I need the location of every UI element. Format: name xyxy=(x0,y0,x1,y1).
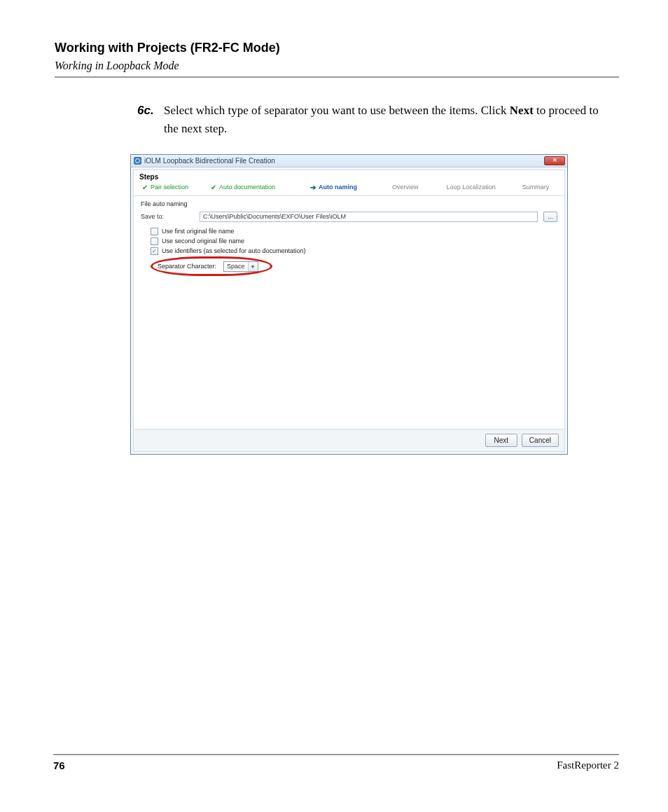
check-icon: ✔ xyxy=(211,184,216,191)
browse-button[interactable]: ... xyxy=(543,212,557,222)
dialog-title: iOLM Loopback Bidirectional File Creatio… xyxy=(144,157,544,165)
step-auto-naming[interactable]: ➔ Auto naming xyxy=(307,184,360,191)
close-button[interactable]: ✕ xyxy=(544,156,565,165)
step-text: Select which type of separator you want … xyxy=(164,102,612,139)
checkbox-icon xyxy=(151,238,158,245)
step-overview[interactable]: Overview xyxy=(389,184,422,191)
save-to-input[interactable]: C:\Users\Public\Documents\EXFO\User File… xyxy=(200,212,538,222)
step-loop-localization[interactable]: Loop Localization xyxy=(444,184,499,191)
app-icon xyxy=(134,157,141,165)
step-summary[interactable]: Summary xyxy=(520,184,552,191)
check-icon: ✔ xyxy=(142,184,148,191)
page-title: Working with Projects (FR2-FC Mode) xyxy=(55,41,619,55)
dialog-window: iOLM Loopback Bidirectional File Creatio… xyxy=(130,154,568,455)
instruction-step: 6c. Select which type of separator you w… xyxy=(137,102,612,139)
separator-row: Separator Character: Space ▼ xyxy=(156,260,263,273)
checkbox-icon: ✓ xyxy=(151,247,158,255)
separator-label: Separator Character: xyxy=(158,263,216,270)
step-number: 6c. xyxy=(137,102,164,139)
section-heading: File auto naming xyxy=(141,200,557,207)
title-rule xyxy=(55,76,619,78)
next-button[interactable]: Next xyxy=(485,434,517,447)
separator-select[interactable]: Space ▼ xyxy=(223,261,258,272)
product-name: FastReporter 2 xyxy=(557,759,619,771)
checkbox-use-second-original[interactable]: Use second original file name xyxy=(151,238,557,245)
page-subtitle: Working in Loopback Mode xyxy=(55,60,619,72)
titlebar: iOLM Loopback Bidirectional File Creatio… xyxy=(131,155,567,167)
chevron-down-icon: ▼ xyxy=(248,262,257,271)
checkbox-use-first-original[interactable]: Use first original file name xyxy=(151,228,557,235)
step-auto-documentation[interactable]: ✔ Auto documentation xyxy=(208,184,278,191)
checkbox-icon xyxy=(151,228,158,235)
page-number: 76 xyxy=(53,759,65,771)
steps-label: Steps xyxy=(139,173,559,181)
step-pair-selection[interactable]: ✔ Pair selection xyxy=(139,184,191,191)
cancel-button[interactable]: Cancel xyxy=(522,434,559,447)
checkbox-use-identifiers[interactable]: ✓ Use identifiers (as selected for auto … xyxy=(151,247,557,255)
save-to-label: Save to: xyxy=(141,213,194,220)
arrow-icon: ➔ xyxy=(310,184,316,191)
